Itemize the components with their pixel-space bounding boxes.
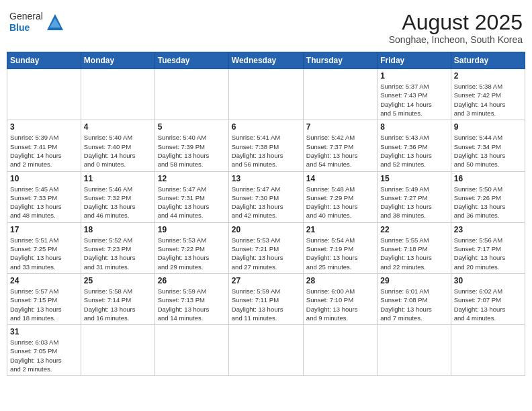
calendar-cell: 30Sunrise: 6:02 AM Sunset: 7:07 PM Dayli… xyxy=(451,273,525,324)
calendar-cell: 19Sunrise: 5:53 AM Sunset: 7:22 PM Dayli… xyxy=(154,222,228,273)
day-info: Sunrise: 5:38 AM Sunset: 7:42 PM Dayligh… xyxy=(454,82,522,118)
logo-icon xyxy=(46,13,64,32)
calendar-cell xyxy=(154,69,228,120)
calendar-cell: 7Sunrise: 5:42 AM Sunset: 7:37 PM Daylig… xyxy=(303,120,377,171)
day-info: Sunrise: 5:41 AM Sunset: 7:38 PM Dayligh… xyxy=(232,133,300,169)
day-number: 30 xyxy=(454,276,522,285)
day-info: Sunrise: 5:43 AM Sunset: 7:36 PM Dayligh… xyxy=(380,133,447,169)
day-number: 7 xyxy=(306,122,374,132)
day-info: Sunrise: 6:02 AM Sunset: 7:07 PM Dayligh… xyxy=(454,287,522,322)
day-number: 31 xyxy=(10,327,78,336)
calendar-cell: 26Sunrise: 5:59 AM Sunset: 7:13 PM Dayli… xyxy=(154,273,228,324)
day-info: Sunrise: 5:42 AM Sunset: 7:37 PM Dayligh… xyxy=(306,133,374,169)
calendar-cell xyxy=(154,325,228,376)
calendar-cell xyxy=(81,69,154,120)
day-number: 1 xyxy=(380,71,447,81)
day-number: 28 xyxy=(306,276,374,285)
calendar-cell: 31Sunrise: 6:03 AM Sunset: 7:05 PM Dayli… xyxy=(7,325,81,376)
day-info: Sunrise: 5:44 AM Sunset: 7:34 PM Dayligh… xyxy=(454,133,522,169)
calendar-cell: 10Sunrise: 5:45 AM Sunset: 7:33 PM Dayli… xyxy=(7,171,81,222)
day-info: Sunrise: 5:52 AM Sunset: 7:23 PM Dayligh… xyxy=(84,236,152,271)
day-number: 13 xyxy=(232,174,300,183)
calendar-week-row: 31Sunrise: 6:03 AM Sunset: 7:05 PM Dayli… xyxy=(7,325,525,376)
calendar-subtitle: Songhae, Incheon, South Korea xyxy=(389,34,523,45)
logo: General Blue xyxy=(9,11,64,34)
calendar-cell: 23Sunrise: 5:56 AM Sunset: 7:17 PM Dayli… xyxy=(451,222,525,273)
logo-general: General xyxy=(9,11,43,22)
day-info: Sunrise: 6:01 AM Sunset: 7:08 PM Dayligh… xyxy=(380,287,447,322)
day-number: 29 xyxy=(380,276,447,285)
calendar-cell xyxy=(303,325,377,376)
calendar-table: SundayMondayTuesdayWednesdayThursdayFrid… xyxy=(7,52,525,376)
day-info: Sunrise: 5:59 AM Sunset: 7:13 PM Dayligh… xyxy=(158,287,226,322)
calendar-cell: 16Sunrise: 5:50 AM Sunset: 7:26 PM Dayli… xyxy=(451,171,525,222)
day-info: Sunrise: 5:47 AM Sunset: 7:30 PM Dayligh… xyxy=(232,185,300,220)
calendar-cell: 13Sunrise: 5:47 AM Sunset: 7:30 PM Dayli… xyxy=(228,171,303,222)
calendar-cell: 11Sunrise: 5:46 AM Sunset: 7:32 PM Dayli… xyxy=(81,171,154,222)
calendar-week-row: 24Sunrise: 5:57 AM Sunset: 7:15 PM Dayli… xyxy=(7,273,525,324)
calendar-week-row: 17Sunrise: 5:51 AM Sunset: 7:25 PM Dayli… xyxy=(7,222,525,273)
day-info: Sunrise: 5:59 AM Sunset: 7:11 PM Dayligh… xyxy=(232,287,300,322)
calendar-cell: 18Sunrise: 5:52 AM Sunset: 7:23 PM Dayli… xyxy=(81,222,154,273)
day-info: Sunrise: 5:39 AM Sunset: 7:41 PM Dayligh… xyxy=(10,133,78,169)
day-number: 19 xyxy=(158,225,226,234)
day-number: 11 xyxy=(84,174,152,183)
calendar-cell: 20Sunrise: 5:53 AM Sunset: 7:21 PM Dayli… xyxy=(228,222,303,273)
day-info: Sunrise: 6:00 AM Sunset: 7:10 PM Dayligh… xyxy=(306,287,374,322)
day-number: 6 xyxy=(232,122,300,132)
day-number: 15 xyxy=(380,174,447,183)
day-info: Sunrise: 5:55 AM Sunset: 7:18 PM Dayligh… xyxy=(380,236,447,271)
calendar-cell: 14Sunrise: 5:48 AM Sunset: 7:29 PM Dayli… xyxy=(303,171,377,222)
logo-text: General Blue xyxy=(9,11,43,34)
day-number: 26 xyxy=(158,276,226,285)
calendar-cell: 29Sunrise: 6:01 AM Sunset: 7:08 PM Dayli… xyxy=(378,273,451,324)
title-section: August 2025 Songhae, Incheon, South Kore… xyxy=(389,11,523,45)
day-info: Sunrise: 5:54 AM Sunset: 7:19 PM Dayligh… xyxy=(306,236,374,271)
calendar-cell: 22Sunrise: 5:55 AM Sunset: 7:18 PM Dayli… xyxy=(378,222,451,273)
day-info: Sunrise: 5:58 AM Sunset: 7:14 PM Dayligh… xyxy=(84,287,152,322)
day-number: 5 xyxy=(158,122,226,132)
calendar-cell: 4Sunrise: 5:40 AM Sunset: 7:40 PM Daylig… xyxy=(81,120,154,171)
calendar-cell: 5Sunrise: 5:40 AM Sunset: 7:39 PM Daylig… xyxy=(154,120,228,171)
day-header-friday: Friday xyxy=(378,52,451,69)
calendar-cell: 27Sunrise: 5:59 AM Sunset: 7:11 PM Dayli… xyxy=(228,273,303,324)
calendar-week-row: 1Sunrise: 5:37 AM Sunset: 7:43 PM Daylig… xyxy=(7,69,525,120)
day-number: 4 xyxy=(84,122,152,132)
day-info: Sunrise: 5:47 AM Sunset: 7:31 PM Dayligh… xyxy=(158,185,226,220)
day-info: Sunrise: 5:53 AM Sunset: 7:22 PM Dayligh… xyxy=(158,236,226,271)
day-header-monday: Monday xyxy=(81,52,154,69)
day-number: 8 xyxy=(380,122,447,132)
day-number: 24 xyxy=(10,276,78,285)
logo-blue: Blue xyxy=(9,22,43,34)
calendar-cell xyxy=(81,325,154,376)
day-number: 18 xyxy=(84,225,152,234)
calendar-cell: 17Sunrise: 5:51 AM Sunset: 7:25 PM Dayli… xyxy=(7,222,81,273)
calendar-cell: 28Sunrise: 6:00 AM Sunset: 7:10 PM Dayli… xyxy=(303,273,377,324)
day-header-saturday: Saturday xyxy=(451,52,525,69)
calendar-cell: 8Sunrise: 5:43 AM Sunset: 7:36 PM Daylig… xyxy=(378,120,451,171)
day-number: 12 xyxy=(158,174,226,183)
day-number: 23 xyxy=(454,225,522,234)
calendar-cell xyxy=(451,325,525,376)
day-number: 20 xyxy=(232,225,300,234)
calendar-title: August 2025 xyxy=(389,11,523,34)
day-number: 27 xyxy=(232,276,300,285)
day-number: 22 xyxy=(380,225,447,234)
day-info: Sunrise: 5:56 AM Sunset: 7:17 PM Dayligh… xyxy=(454,236,522,271)
day-info: Sunrise: 5:45 AM Sunset: 7:33 PM Dayligh… xyxy=(10,185,78,220)
day-info: Sunrise: 5:40 AM Sunset: 7:39 PM Dayligh… xyxy=(158,133,226,169)
calendar-cell: 9Sunrise: 5:44 AM Sunset: 7:34 PM Daylig… xyxy=(451,120,525,171)
day-info: Sunrise: 5:51 AM Sunset: 7:25 PM Dayligh… xyxy=(10,236,78,271)
day-info: Sunrise: 5:50 AM Sunset: 7:26 PM Dayligh… xyxy=(454,185,522,220)
day-number: 3 xyxy=(10,122,78,132)
page-header: General Blue August 2025 Songhae, Incheo… xyxy=(7,7,525,48)
calendar-cell: 6Sunrise: 5:41 AM Sunset: 7:38 PM Daylig… xyxy=(228,120,303,171)
day-number: 9 xyxy=(454,122,522,132)
day-header-thursday: Thursday xyxy=(303,52,377,69)
calendar-week-row: 3Sunrise: 5:39 AM Sunset: 7:41 PM Daylig… xyxy=(7,120,525,171)
day-info: Sunrise: 5:37 AM Sunset: 7:43 PM Dayligh… xyxy=(380,82,447,118)
calendar-cell: 25Sunrise: 5:58 AM Sunset: 7:14 PM Dayli… xyxy=(81,273,154,324)
day-number: 17 xyxy=(10,225,78,234)
calendar-cell: 2Sunrise: 5:38 AM Sunset: 7:42 PM Daylig… xyxy=(451,69,525,120)
calendar-cell xyxy=(7,69,81,120)
